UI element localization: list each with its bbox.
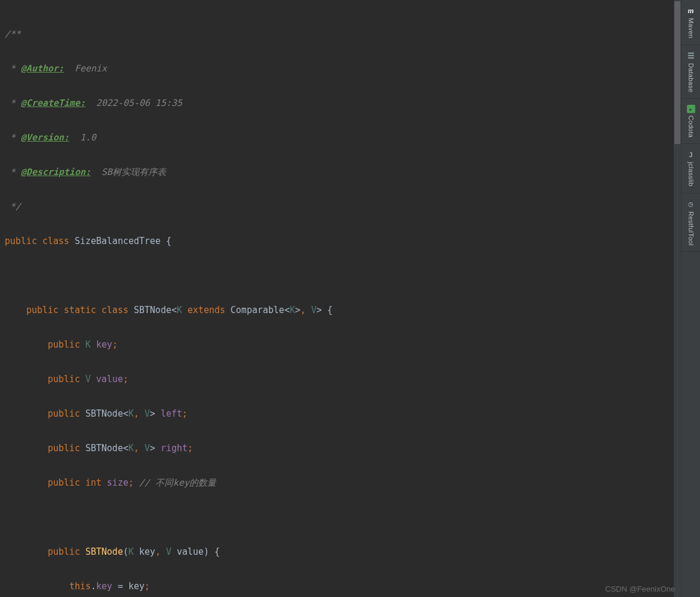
- kw-public: public: [5, 236, 37, 246]
- doc-createtime-tag: @CreateTime:: [21, 98, 85, 108]
- rail-label-jclasslib: jclasslib: [688, 162, 695, 186]
- jclasslib-icon: J: [686, 150, 696, 160]
- kw-class: class: [42, 236, 69, 246]
- doc-description-tag: @Description:: [21, 167, 90, 177]
- doc-createtime-val: 2022-05-06 15:35: [96, 98, 183, 108]
- rail-item-database[interactable]: ☰ Database: [682, 45, 701, 99]
- doc-author-tag: @Author:: [21, 63, 64, 74]
- watermark: CSDN @FeenixOne: [605, 585, 675, 593]
- cls-sbt: SizeBalancedTree: [74, 236, 161, 246]
- rail-item-restfultool[interactable]: ◷ RestfulTool: [682, 193, 701, 252]
- ctor-sbtnode: SBTNode: [85, 546, 123, 557]
- rail-label-maven: Maven: [688, 18, 695, 39]
- rail-label-database: Database: [688, 63, 695, 93]
- rail-label-restfultool: RestfulTool: [688, 211, 695, 246]
- rail-item-codota[interactable]: ▸ Codota: [682, 99, 701, 144]
- doc-version-val: 1.0: [80, 132, 96, 143]
- database-icon: ☰: [686, 51, 696, 61]
- doc-description-val: SB树实现有序表: [102, 167, 166, 177]
- scrollbar-thumb[interactable]: [674, 1, 680, 144]
- cmt-size: // 不同key的数量: [139, 477, 216, 488]
- rail-item-jclasslib[interactable]: J jclasslib: [682, 144, 701, 193]
- doc-author-val: Feenix: [74, 63, 107, 74]
- doc-version-tag: @Version:: [21, 132, 69, 143]
- doc-open: /**: [5, 29, 21, 39]
- rail-label-codota: Codota: [688, 115, 695, 137]
- cls-sbtnode: SBTNode: [134, 305, 171, 315]
- rail-item-maven[interactable]: m Maven: [682, 0, 701, 45]
- code-editor[interactable]: /** * @Author: Feenix * @CreateTime: 202…: [0, 0, 681, 597]
- codota-icon: ▸: [687, 105, 695, 113]
- code-content: /** * @Author: Feenix * @CreateTime: 202…: [0, 0, 681, 597]
- scrollbar-track[interactable]: [674, 0, 681, 597]
- restfultool-icon: ◷: [686, 199, 696, 209]
- right-tool-rail: m Maven ☰ Database ▸ Codota J jclasslib …: [681, 0, 700, 597]
- maven-icon: m: [686, 6, 696, 15]
- doc-close: */: [10, 201, 21, 212]
